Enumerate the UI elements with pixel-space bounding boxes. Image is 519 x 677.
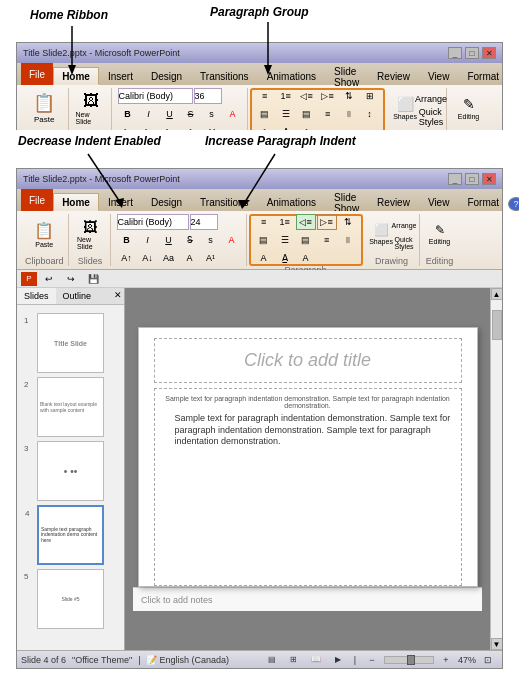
editing-b[interactable]: ✎ Editing	[426, 216, 454, 252]
font-size-input-top[interactable]	[194, 88, 222, 104]
columns-button[interactable]: ⫴	[339, 106, 359, 122]
shapes-b[interactable]: ⬜ Shapes	[369, 216, 393, 252]
ajust-b[interactable]: ≡	[317, 232, 337, 248]
qstyles-b[interactable]: Quick Styles	[394, 235, 414, 251]
window-controls-bottom[interactable]: _ □ ✕	[448, 173, 496, 185]
scroll-down-btn[interactable]: ▼	[491, 638, 503, 650]
toutline-b[interactable]: A̲	[275, 250, 295, 266]
arrange-button[interactable]: Arrange	[421, 91, 441, 107]
slide-thumb-1[interactable]: 1 Title Slide	[37, 313, 104, 373]
redo-toolbar-btn[interactable]: ↪	[61, 271, 81, 287]
align-left-button[interactable]: ▤	[255, 106, 275, 122]
textdir-b[interactable]: ⇅	[338, 214, 358, 230]
slides-tab[interactable]: Slides	[17, 288, 56, 304]
tab-transitions[interactable]: Transitions	[191, 67, 258, 85]
inc-font-b[interactable]: A↑	[117, 250, 137, 266]
close-btn-b[interactable]: ✕	[482, 173, 496, 185]
file-tab[interactable]: File	[21, 63, 53, 85]
decrease-indent-button[interactable]: ◁≡	[297, 88, 317, 104]
restore-btn-b[interactable]: □	[465, 173, 479, 185]
cols-b[interactable]: ⫴	[338, 232, 358, 248]
fb-b[interactable]: A¹	[201, 250, 221, 266]
outline-tab[interactable]: Outline	[56, 288, 99, 304]
font-name-input[interactable]	[118, 88, 193, 104]
zoom-out-btn[interactable]: −	[362, 652, 382, 668]
tab-view[interactable]: View	[419, 67, 459, 85]
dec-font-b[interactable]: A↓	[138, 250, 158, 266]
tab-view-b[interactable]: View	[419, 193, 459, 211]
slide-thumb-3[interactable]: 3 • ••	[37, 441, 104, 501]
restore-btn[interactable]: □	[465, 47, 479, 59]
zoom-thumb[interactable]	[407, 655, 415, 665]
tab-review-b[interactable]: Review	[368, 193, 419, 211]
acenter-b[interactable]: ☰	[275, 232, 295, 248]
aleft-b[interactable]: ▤	[254, 232, 274, 248]
new-slide-button-b[interactable]: 🖼 New Slide	[76, 216, 104, 252]
normal-view-btn[interactable]: ▤	[262, 652, 282, 668]
aright-b[interactable]: ▤	[296, 232, 316, 248]
tab-slide-b[interactable]: Slide Show	[325, 193, 368, 211]
close-btn[interactable]: ✕	[482, 47, 496, 59]
tab-home-b[interactable]: Home	[53, 193, 99, 211]
title-placeholder[interactable]: Click to add title	[154, 338, 462, 383]
slide-thumb-2[interactable]: 2 Blank text layout example with sample …	[37, 377, 104, 437]
content-placeholder[interactable]: Sample text for paragraph indentation de…	[154, 388, 462, 586]
reading-view-btn[interactable]: 📖	[306, 652, 326, 668]
shadow-button[interactable]: s	[202, 106, 222, 122]
tab-insert[interactable]: Insert	[99, 67, 142, 85]
underline-button[interactable]: U	[160, 106, 180, 122]
teff-b[interactable]: A	[296, 250, 316, 266]
tab-anim-b[interactable]: Animations	[258, 193, 325, 211]
panel-close[interactable]: ✕	[112, 288, 124, 304]
fit-btn[interactable]: ⊡	[478, 652, 498, 668]
color-b[interactable]: A	[222, 232, 242, 248]
tab-insert-b[interactable]: Insert	[99, 193, 142, 211]
slide-sorter-btn[interactable]: ⊞	[284, 652, 304, 668]
strike-b[interactable]: S̶	[180, 232, 200, 248]
scroll-up-btn[interactable]: ▲	[491, 288, 503, 300]
font-color-button[interactable]: A	[223, 106, 243, 122]
shadow-b[interactable]: s	[201, 232, 221, 248]
slide-thumb-4[interactable]: 4 Sample text paragraph indentation demo…	[37, 505, 104, 565]
bold-b[interactable]: B	[117, 232, 137, 248]
window-controls[interactable]: _ □ ✕	[448, 47, 496, 59]
tab-review[interactable]: Review	[368, 67, 419, 85]
bold-button[interactable]: B	[118, 106, 138, 122]
undo-toolbar-btn[interactable]: ↩	[39, 271, 59, 287]
editing-button[interactable]: ✎ Editing	[453, 90, 485, 126]
ppt-icon[interactable]: P	[21, 272, 37, 286]
numbering-button[interactable]: 1≡	[276, 88, 296, 104]
slide-thumb-5[interactable]: 5 Slide #5	[37, 569, 104, 629]
arrange-b[interactable]: Arrange	[394, 217, 414, 233]
italic-b[interactable]: I	[138, 232, 158, 248]
font-size-input-b[interactable]	[190, 214, 218, 230]
tab-format[interactable]: Format	[458, 67, 508, 85]
new-slide-button[interactable]: 🖼 New Slide	[75, 89, 107, 127]
quick-styles-button[interactable]: Quick Styles	[421, 109, 441, 125]
vertical-scrollbar[interactable]: ▲ ▼	[490, 288, 502, 650]
increase-indent-button[interactable]: ▷≡	[318, 88, 338, 104]
slide-canvas[interactable]: Click to add title Sample text for parag…	[138, 327, 478, 587]
file-tab-b[interactable]: File	[21, 189, 53, 211]
paste-button-b[interactable]: 📋 Paste	[30, 216, 58, 252]
dec-indent-b[interactable]: ◁≡	[296, 214, 316, 230]
case-b[interactable]: Aa	[159, 250, 179, 266]
align-right-button[interactable]: ▤	[297, 106, 317, 122]
fa-b[interactable]: A	[180, 250, 200, 266]
align-center-button[interactable]: ☰	[276, 106, 296, 122]
underline-b[interactable]: U	[159, 232, 179, 248]
help-btn[interactable]: ?	[508, 197, 519, 211]
tab-home[interactable]: Home	[53, 67, 99, 85]
tab-slideshow[interactable]: Slide Show	[325, 67, 368, 85]
minimize-btn-b[interactable]: _	[448, 173, 462, 185]
zoom-slider[interactable]	[384, 656, 434, 664]
save-toolbar-btn[interactable]: 💾	[83, 271, 103, 287]
justify-button[interactable]: ≡	[318, 106, 338, 122]
notes-placeholder[interactable]: Click to add notes	[141, 595, 213, 605]
tab-animations[interactable]: Animations	[258, 67, 325, 85]
zoom-in-btn[interactable]: +	[436, 652, 456, 668]
line-spacing-button[interactable]: ↕	[360, 106, 380, 122]
text-direction-button[interactable]: ⇅	[339, 88, 359, 104]
inc-indent-b[interactable]: ▷≡	[317, 214, 337, 230]
convert-button[interactable]: ⊞	[360, 88, 380, 104]
